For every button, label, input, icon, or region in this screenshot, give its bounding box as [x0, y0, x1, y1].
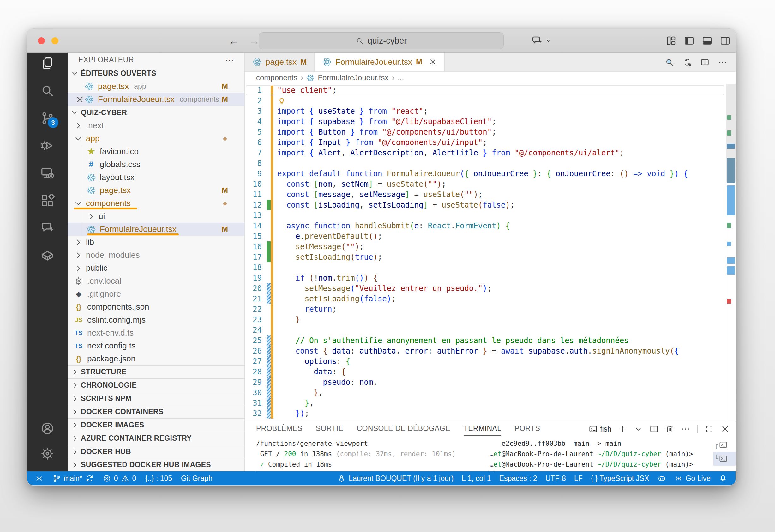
- sidebar-more-button[interactable]: ⋯: [225, 54, 235, 65]
- terminal-session[interactable]: ┌: [713, 438, 736, 452]
- activity-accounts[interactable]: [40, 421, 55, 436]
- tree-item-formulairejoueur-tsx[interactable]: FormulaireJoueur.tsx M: [68, 223, 244, 236]
- code-line-11[interactable]: 11 const [message, setMessage] = useStat…: [245, 189, 726, 200]
- section-docker-containers[interactable]: DOCKER CONTAINERS: [68, 405, 244, 418]
- search-editor-icon[interactable]: [665, 57, 674, 67]
- status-copilot[interactable]: [658, 474, 666, 483]
- compare-changes-icon[interactable]: [683, 57, 692, 67]
- section-project[interactable]: QUIZ-CYBER: [68, 106, 244, 119]
- section-azure-container-registry[interactable]: AZURE CONTAINER REGISTRY: [68, 432, 244, 445]
- section-suggested-docker-hub-images[interactable]: SUGGESTED DOCKER HUB IMAGES: [68, 458, 244, 471]
- chevron-down-icon[interactable]: [545, 37, 552, 44]
- overview-ruler[interactable]: [726, 84, 736, 421]
- code-line-14[interactable]: 14 async function handleSubmit(e: React.…: [245, 220, 726, 231]
- ellipsis-icon[interactable]: [718, 57, 727, 67]
- close-icon[interactable]: [75, 95, 85, 104]
- code-line-1[interactable]: 1 "use client";: [245, 85, 726, 95]
- tree-item-package-json[interactable]: {} package.json: [68, 352, 244, 365]
- activity-run-debug[interactable]: [40, 138, 55, 153]
- close-icon[interactable]: [720, 424, 730, 434]
- breadcrumb-item[interactable]: components: [256, 73, 297, 82]
- tree-item-globals-css[interactable]: # globals.css: [68, 158, 244, 171]
- activity-remote-explorer[interactable]: [40, 166, 55, 180]
- chevron-down-icon[interactable]: [634, 424, 643, 434]
- titlebar-search[interactable]: quiz-cyber: [259, 32, 504, 49]
- tree-item-public[interactable]: public: [68, 261, 244, 275]
- code-line-26[interactable]: 26 const { data: authData, error: authEr…: [245, 346, 726, 356]
- status-git-graph[interactable]: Git Graph: [181, 474, 212, 483]
- activity-extensions[interactable]: [40, 193, 55, 208]
- tree-item-node-modules[interactable]: node_modules: [68, 248, 244, 261]
- tree-item-next[interactable]: .next: [68, 119, 244, 132]
- panel-tab-console-de-d-bogage[interactable]: CONSOLE DE DÉBOGAGE: [356, 422, 450, 436]
- terminal-right[interactable]: e2c9ed9..ff003bb main -> main…et@MacBook…: [483, 437, 713, 471]
- status-language-mode[interactable]: { } TypeScript JSX: [591, 474, 649, 483]
- tab-formulairejoueur-tsx[interactable]: FormulaireJoueur.tsx M: [314, 53, 445, 71]
- tree-item-layout-tsx[interactable]: layout.tsx: [68, 171, 244, 184]
- panel-tab-probl-mes[interactable]: PROBLÈMES: [256, 422, 302, 436]
- tree-item-app[interactable]: app: [68, 132, 244, 145]
- terminal-shell-select[interactable]: fish: [589, 425, 611, 433]
- code-line-22[interactable]: 22 return;: [245, 304, 726, 314]
- code-line-27[interactable]: 27 options: {: [245, 356, 726, 367]
- code-line-5[interactable]: 5 import { Button } from "@/components/u…: [245, 127, 726, 137]
- tree-item-components-json[interactable]: {} components.json: [68, 301, 244, 314]
- tree-item-eslint-config-mjs[interactable]: JS eslint.config.mjs: [68, 314, 244, 326]
- open-editor-page-tsx[interactable]: page.tsx app M: [68, 80, 244, 93]
- code-line-32[interactable]: 32 });: [245, 408, 726, 419]
- activity-source-control[interactable]: 3: [40, 111, 55, 125]
- code-line-23[interactable]: 23 }: [245, 314, 726, 325]
- minimize-window-button[interactable]: [51, 37, 58, 44]
- split-editor-icon[interactable]: [700, 57, 710, 67]
- tab-page-tsx[interactable]: page.tsx M: [245, 53, 314, 71]
- code-line-18[interactable]: 18: [245, 262, 726, 273]
- breadcrumb-item[interactable]: ...: [398, 73, 404, 82]
- activity-settings[interactable]: [40, 446, 55, 461]
- ellipsis-icon[interactable]: [681, 424, 690, 434]
- status-indentation[interactable]: Espaces : 2: [499, 474, 537, 483]
- plus-icon[interactable]: [618, 424, 627, 434]
- code-line-17[interactable]: 17 setIsLoading(true);: [245, 252, 726, 262]
- panel-tab-terminal[interactable]: TERMINAL: [464, 422, 502, 436]
- tree-item-ui[interactable]: ui: [68, 210, 244, 223]
- status-git-branch[interactable]: main*: [52, 474, 94, 483]
- activity-copilot-chat[interactable]: [40, 221, 55, 235]
- code-line-29[interactable]: 29 pseudo: nom,: [245, 377, 726, 387]
- trash-icon[interactable]: [665, 424, 675, 434]
- activity-search[interactable]: [40, 83, 55, 98]
- status-selectors-count[interactable]: {..} : 105: [145, 474, 172, 483]
- code-line-25[interactable]: 25 // On s'authentifie anonymement en pa…: [245, 335, 726, 346]
- code-line-4[interactable]: 4 import { supabase } from "@/lib/supaba…: [245, 116, 726, 127]
- section-open-editors[interactable]: ÉDITEURS OUVERTS: [68, 67, 244, 80]
- activity-docker[interactable]: [40, 248, 55, 263]
- lightbulb-icon[interactable]: [277, 96, 286, 105]
- layout-panel-icon[interactable]: [702, 35, 712, 46]
- code-line-31[interactable]: 31 },: [245, 398, 726, 408]
- copilot-chat-icon[interactable]: [531, 35, 543, 46]
- code-line-9[interactable]: 9 export default function FormulaireJoue…: [245, 168, 726, 179]
- code-line-10[interactable]: 10 const [nom, setNom] = useState("");: [245, 179, 726, 189]
- code-line-30[interactable]: 30 },: [245, 387, 726, 398]
- status-go-live[interactable]: Go Live: [674, 474, 711, 483]
- code-line-7[interactable]: 7 import { Alert, AlertDescription, Aler…: [245, 147, 726, 158]
- code-line-15[interactable]: 15 e.preventDefault();: [245, 231, 726, 241]
- code-line-19[interactable]: 19 if (!nom.trim()) {: [245, 273, 726, 283]
- section-scripts-npm[interactable]: SCRIPTS NPM: [68, 392, 244, 405]
- status-author[interactable]: Laurent BOUQUET (Il y a 1 jour): [337, 474, 454, 483]
- layout-customize-icon[interactable]: [666, 35, 677, 46]
- nav-back-button[interactable]: ←: [229, 35, 239, 47]
- tree-item-gitignore[interactable]: ◆ .gitignore: [68, 288, 244, 301]
- close-window-button[interactable]: [38, 37, 45, 44]
- code-editor[interactable]: 1 "use client"; 2 3 import { useState } …: [245, 84, 736, 421]
- section-chronologie[interactable]: CHRONOLOGIE: [68, 379, 244, 392]
- terminal-split-divider[interactable]: [482, 437, 482, 471]
- status-eol[interactable]: LF: [574, 474, 583, 483]
- code-line-24[interactable]: 24: [245, 325, 726, 335]
- tree-item-next-env-d-ts[interactable]: TS next-env.d.ts: [68, 326, 244, 339]
- maximize-icon[interactable]: [705, 424, 714, 434]
- open-editor-formulairejoueur-tsx[interactable]: FormulaireJoueur.tsx components M: [68, 93, 244, 106]
- code-line-8[interactable]: 8: [245, 158, 726, 168]
- panel-tab-sortie[interactable]: SORTIE: [316, 422, 343, 436]
- section-docker-hub[interactable]: DOCKER HUB: [68, 445, 244, 458]
- code-line-28[interactable]: 28 data: {: [245, 367, 726, 377]
